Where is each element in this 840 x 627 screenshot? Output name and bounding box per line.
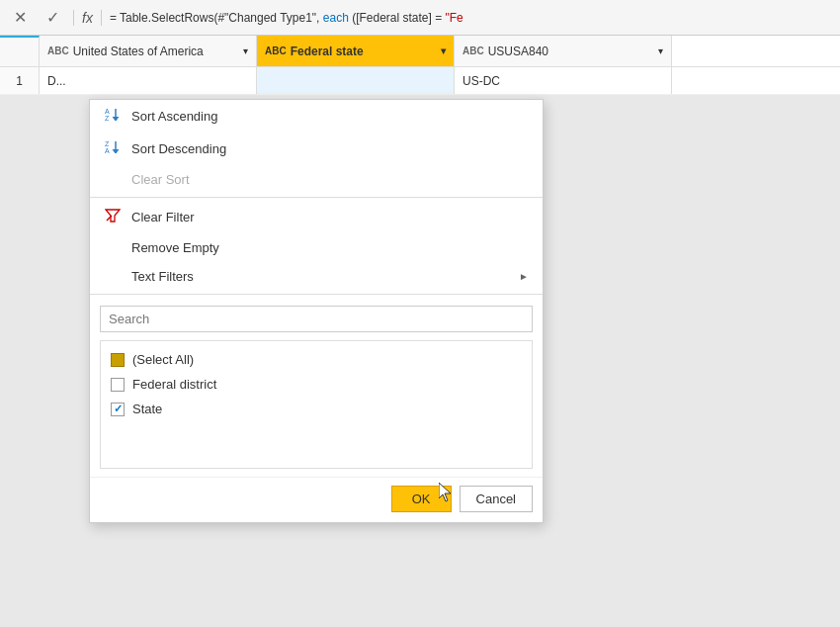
sort-descending-label: Sort Descending (131, 141, 226, 156)
fx-label: fx (73, 10, 102, 26)
checkbox-federal-district[interactable]: Federal district (101, 372, 532, 397)
ok-button[interactable]: OK (391, 486, 452, 512)
svg-text:Z: Z (105, 140, 110, 147)
checkbox-state-label: State (132, 402, 162, 416)
confirm-button[interactable]: ✓ (41, 6, 65, 29)
text-filters-arrow-icon: ► (519, 271, 529, 282)
column-header-1[interactable]: ABC United States of America ▾ (40, 36, 257, 66)
clear-sort-item: Clear Sort (90, 165, 543, 194)
table-area: ABC United States of America ▾ ABC Feder… (0, 36, 840, 95)
checkbox-state[interactable]: State (101, 397, 532, 421)
sort-descending-item[interactable]: Z A Sort Descending (90, 133, 543, 165)
svg-text:A: A (105, 147, 110, 154)
sort-ascending-icon: A Z (104, 107, 122, 126)
search-input[interactable] (100, 306, 533, 332)
dropdown-footer: OK Cancel (90, 477, 543, 522)
cell-2 (257, 67, 455, 94)
clear-filter-label: Clear Filter (131, 210, 195, 224)
table-header-row: ABC United States of America ▾ ABC Feder… (0, 36, 840, 67)
checkbox-select-all[interactable]: (Select All) (101, 347, 532, 372)
table-row: 1 D... US-DC (0, 67, 840, 95)
abc-icon-3: ABC (462, 45, 484, 56)
formula-content: = Table.SelectRows(#"Changed Type1", eac… (110, 11, 832, 25)
svg-text:A: A (105, 108, 110, 115)
checkbox-state-box[interactable] (111, 403, 125, 416)
abc-icon-1: ABC (47, 45, 69, 56)
col-label-2: Federal state (291, 45, 364, 58)
remove-empty-label: Remove Empty (131, 240, 219, 255)
checkbox-federal-district-label: Federal district (132, 377, 216, 392)
col-dropdown-arrow-2[interactable]: ▾ (441, 45, 446, 56)
close-button[interactable]: ✕ (8, 6, 33, 29)
checkbox-select-all-box[interactable] (111, 353, 125, 367)
filter-dropdown: A Z Sort Ascending Z A Sort Descending C… (89, 99, 544, 523)
checkbox-federal-district-box[interactable] (111, 378, 125, 392)
sort-ascending-item[interactable]: A Z Sort Ascending (90, 100, 543, 133)
separator-1 (90, 197, 543, 198)
formula-bar: ✕ ✓ fx = Table.SelectRows(#"Changed Type… (0, 0, 840, 36)
clear-filter-item[interactable]: Clear Filter (90, 201, 543, 233)
clear-filter-icon (104, 208, 122, 226)
separator-2 (90, 294, 543, 295)
cancel-button[interactable]: Cancel (460, 486, 533, 512)
column-header-3[interactable]: ABC USUSA840 ▾ (455, 36, 672, 66)
row-number-header (0, 36, 40, 66)
sort-ascending-label: Sort Ascending (131, 109, 217, 124)
checkbox-select-all-label: (Select All) (132, 352, 194, 367)
search-section (90, 298, 543, 336)
remove-empty-item[interactable]: Remove Empty (90, 233, 543, 262)
text-filters-item[interactable]: Text Filters ► (90, 262, 543, 291)
col-dropdown-arrow-3[interactable]: ▾ (658, 45, 663, 56)
abc-icon-2: ABC (265, 45, 287, 56)
cell-3: US-DC (455, 67, 672, 94)
svg-text:Z: Z (105, 115, 110, 122)
row-number: 1 (0, 67, 40, 94)
col-dropdown-arrow-1[interactable]: ▾ (243, 45, 248, 56)
clear-sort-label: Clear Sort (131, 172, 190, 187)
checkbox-list: (Select All) Federal district State (100, 340, 533, 469)
col-label-3: USUSA840 (488, 45, 548, 58)
cell-1: D... (40, 67, 257, 94)
text-filters-label: Text Filters (131, 269, 194, 284)
column-header-2[interactable]: ABC Federal state ▾ (257, 36, 455, 66)
sort-descending-icon: Z A (104, 139, 122, 158)
col-label-1: United States of America (73, 45, 204, 58)
